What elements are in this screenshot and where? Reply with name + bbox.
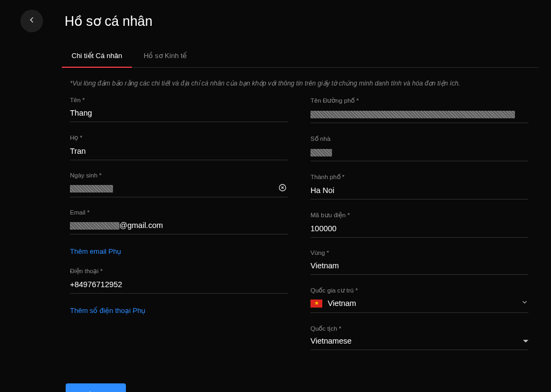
- nationality-label: Quốc tịch *: [310, 325, 528, 332]
- region-input[interactable]: [310, 259, 528, 275]
- house-label: Số nhà: [310, 135, 528, 142]
- email-suffix: @gmail.com: [119, 221, 163, 230]
- region-label: Vùng *: [310, 250, 528, 256]
- email-input[interactable]: @gmail.com: [70, 219, 288, 234]
- add-secondary-email-link[interactable]: Thêm email Phụ: [70, 247, 121, 255]
- tabs: Chi tiết Cá nhân Hồ sơ Kinh tế: [62, 52, 538, 68]
- save-button[interactable]: Lưu: [66, 383, 126, 392]
- dob-input[interactable]: [70, 182, 288, 197]
- postal-input[interactable]: [310, 222, 528, 238]
- postal-label: Mã bưu điện *: [310, 211, 528, 219]
- street-input[interactable]: [310, 108, 528, 123]
- tab-economic[interactable]: Hồ sơ Kinh tế: [144, 52, 187, 67]
- last-name-label: Họ *: [70, 134, 288, 141]
- house-input[interactable]: [310, 146, 528, 161]
- country-value: Vietnam: [328, 299, 521, 308]
- city-label: Thành phố *: [310, 173, 528, 181]
- add-secondary-phone-link[interactable]: Thêm số điện thoại Phụ: [70, 307, 145, 315]
- clear-dob-icon[interactable]: [278, 183, 287, 192]
- phone-label: Điện thoại *: [70, 267, 288, 275]
- form-hint: *Vui lòng đảm bảo rằng các chi tiết và đ…: [70, 80, 551, 87]
- caret-down-icon: [523, 340, 528, 343]
- chevron-down-icon: [521, 298, 528, 308]
- first-name-label: Tên *: [70, 97, 288, 103]
- page-title: Hồ sơ cá nhân: [65, 13, 152, 29]
- dob-label: Ngày sinh *: [70, 172, 288, 179]
- city-input[interactable]: [310, 184, 528, 199]
- back-button[interactable]: [20, 10, 43, 32]
- left-column: Tên * Họ * Ngày sinh * Email * @gmail.co…: [70, 97, 288, 362]
- vietnam-flag-icon: [310, 300, 322, 308]
- nationality-select[interactable]: Vietnamese: [310, 336, 528, 350]
- last-name-input[interactable]: [70, 145, 288, 160]
- first-name-input[interactable]: [70, 106, 288, 122]
- arrow-left-icon: [27, 15, 37, 27]
- street-label: Tên Đường phố *: [310, 97, 528, 104]
- nationality-value: Vietnamese: [310, 337, 523, 345]
- country-label: Quốc gia cư trú *: [310, 287, 528, 294]
- right-column: Tên Đường phố * Số nhà Thành phố * Mã bư…: [310, 97, 528, 362]
- country-select[interactable]: Vietnam: [310, 297, 528, 313]
- tab-personal[interactable]: Chi tiết Cá nhân: [72, 52, 122, 67]
- email-label: Email *: [70, 209, 288, 216]
- phone-input[interactable]: [70, 278, 288, 294]
